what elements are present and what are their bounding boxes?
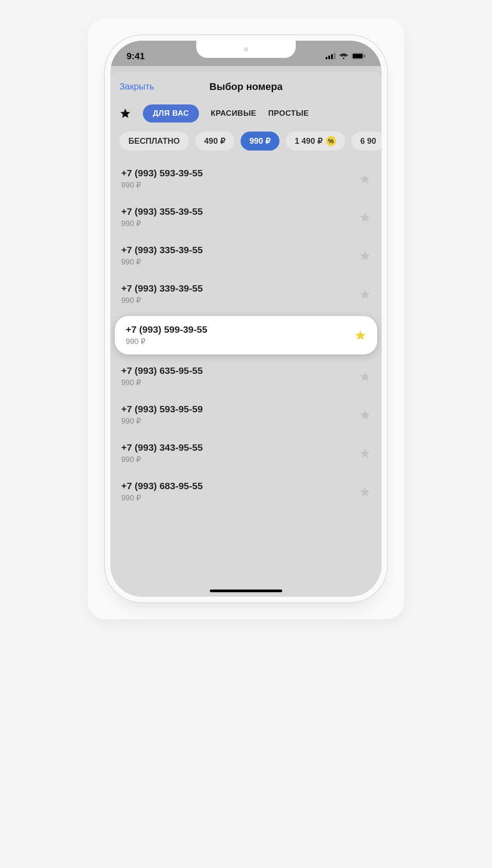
favorites-tab-icon[interactable] [119, 108, 131, 119]
phone-number-text: +7 (993) 355-39-55 [121, 206, 203, 217]
row-info: +7 (993) 343-95-55 990 ₽ [121, 442, 203, 464]
phone-price-text: 990 ₽ [121, 219, 203, 228]
row-info: +7 (993) 335-39-55 990 ₽ [121, 245, 203, 267]
phone-number-row[interactable]: +7 (993) 355-39-55 990 ₽ [110, 198, 382, 236]
phone-number-text: +7 (993) 593-95-59 [121, 404, 203, 415]
phone-number-row[interactable]: +7 (993) 335-39-55 990 ₽ [110, 236, 382, 275]
favorite-star-icon[interactable] [359, 250, 371, 262]
favorite-star-icon[interactable] [359, 486, 371, 498]
screen: 9:41 Закрыть Выбор номера [110, 41, 382, 597]
tab-pretty[interactable]: КРАСИВЫЕ [211, 109, 256, 118]
price-chip-6900[interactable]: 6 90 [351, 132, 382, 151]
svg-rect-2 [331, 54, 333, 59]
phone-number-row[interactable]: +7 (993) 339-39-55 990 ₽ [110, 275, 382, 313]
phone-number-row[interactable]: +7 (993) 683-95-55 990 ₽ [110, 472, 382, 511]
price-chip-490[interactable]: 490 ₽ [195, 132, 234, 151]
favorite-star-icon[interactable] [359, 212, 371, 223]
phone-number-list[interactable]: +7 (993) 593-39-55 990 ₽ +7 (993) 355-39… [110, 160, 382, 597]
phone-frame: 9:41 Закрыть Выбор номера [110, 41, 382, 597]
phone-number-row[interactable]: +7 (993) 599-39-55 990 ₽ [115, 316, 377, 354]
battery-icon [352, 53, 365, 59]
row-info: +7 (993) 355-39-55 990 ₽ [121, 206, 203, 228]
favorite-star-icon[interactable] [359, 409, 371, 421]
favorite-star-icon[interactable] [359, 173, 371, 185]
favorite-star-icon[interactable] [359, 448, 371, 459]
phone-number-row[interactable]: +7 (993) 635-95-55 990 ₽ [110, 357, 382, 396]
category-tabs: ДЛЯ ВАС КРАСИВЫЕ ПРОСТЫЕ [110, 102, 382, 132]
price-chip-1490-label: 1 490 ₽ [295, 136, 322, 146]
phone-number-row[interactable]: +7 (993) 593-39-55 990 ₽ [110, 160, 382, 198]
home-indicator[interactable] [210, 590, 282, 592]
phone-number-text: +7 (993) 683-95-55 [121, 481, 203, 491]
modal-header: Закрыть Выбор номера [110, 71, 382, 102]
phone-price-text: 990 ₽ [121, 493, 203, 503]
row-info: +7 (993) 593-95-59 990 ₽ [121, 404, 203, 426]
phone-price-text: 990 ₽ [121, 180, 203, 190]
phone-number-text: +7 (993) 339-39-55 [121, 283, 203, 294]
phone-price-text: 990 ₽ [121, 257, 203, 267]
device-card: 9:41 Закрыть Выбор номера [88, 18, 404, 619]
phone-number-text: +7 (993) 635-95-55 [121, 365, 203, 376]
phone-number-row[interactable]: +7 (993) 343-95-55 990 ₽ [110, 434, 382, 472]
phone-number-text: +7 (993) 335-39-55 [121, 245, 203, 255]
favorite-star-icon[interactable] [359, 288, 371, 300]
price-chip-free[interactable]: БЕСПЛАТНО [119, 132, 189, 151]
modal-title: Выбор номера [209, 81, 283, 93]
price-filter-row[interactable]: БЕСПЛАТНО 490 ₽ 990 ₽ 1 490 ₽ % 6 90 [110, 132, 382, 160]
phone-price-text: 990 ₽ [126, 337, 207, 346]
row-info: +7 (993) 599-39-55 990 ₽ [126, 324, 207, 346]
phone-price-text: 990 ₽ [121, 296, 203, 305]
phone-number-row[interactable]: +7 (993) 593-95-59 990 ₽ [110, 396, 382, 434]
svg-rect-0 [326, 57, 327, 59]
row-info: +7 (993) 683-95-55 990 ₽ [121, 481, 203, 503]
discount-icon: % [326, 136, 336, 146]
row-info: +7 (993) 593-39-55 990 ₽ [121, 168, 203, 190]
phone-number-text: +7 (993) 593-39-55 [121, 168, 203, 179]
cellular-icon [326, 53, 336, 59]
status-time: 9:41 [127, 51, 145, 61]
svg-rect-3 [334, 53, 336, 59]
tab-for-you[interactable]: ДЛЯ ВАС [143, 104, 199, 123]
device-notch [196, 41, 296, 58]
row-info: +7 (993) 339-39-55 990 ₽ [121, 283, 203, 305]
svg-rect-1 [328, 56, 330, 59]
phone-number-text: +7 (993) 599-39-55 [126, 324, 207, 335]
phone-number-text: +7 (993) 343-95-55 [121, 442, 203, 453]
wifi-icon [339, 53, 348, 59]
favorite-star-icon[interactable] [355, 330, 366, 341]
row-info: +7 (993) 635-95-55 990 ₽ [121, 365, 203, 387]
svg-rect-5 [353, 54, 363, 58]
status-icons [326, 53, 365, 59]
favorite-star-icon[interactable] [359, 371, 371, 382]
phone-price-text: 990 ₽ [121, 378, 203, 387]
svg-rect-6 [364, 55, 365, 57]
phone-price-text: 990 ₽ [121, 416, 203, 426]
price-chip-990[interactable]: 990 ₽ [241, 132, 279, 151]
phone-price-text: 990 ₽ [121, 455, 203, 464]
price-chip-1490[interactable]: 1 490 ₽ % [286, 132, 345, 151]
number-picker-modal: Закрыть Выбор номера ДЛЯ ВАС КРАСИВЫЕ ПР… [110, 71, 382, 597]
close-button[interactable]: Закрыть [119, 81, 154, 92]
tab-simple[interactable]: ПРОСТЫЕ [268, 109, 309, 118]
